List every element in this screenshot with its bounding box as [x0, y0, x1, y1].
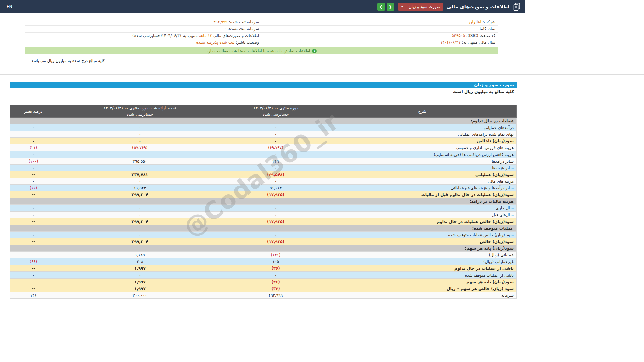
language-toggle[interactable]: EN [7, 4, 12, 9]
registered-capital-label: سرمایه ثبت شده: [229, 20, 259, 24]
next-statement-button[interactable]: ❯ [377, 3, 385, 11]
table-row: عملیات در حال تداوم: [10, 118, 517, 124]
previous-statement-button[interactable]: ❮ [387, 3, 394, 11]
amount-restated-cell [56, 225, 223, 232]
row-label: سود(زیان) عملیاتی [328, 171, 516, 178]
publisher-status-label: وضعیت ناشر: [236, 40, 259, 45]
row-label: ناشی از عملیات متوقف شده [328, 272, 516, 279]
amount-restated-cell: ۱,۹۹۷ [56, 265, 223, 272]
amount-restated-cell: ۱,۹۹۷ [56, 279, 223, 285]
change-cell: ۰ [10, 272, 56, 279]
row-label: سود(زیان) خالص عملیات در حال تداوم [328, 218, 516, 225]
company-label: شرکت: [483, 20, 495, 24]
publisher-status-value: ثبت شده پذیرفته نشده [196, 40, 235, 45]
change-cell: -- [10, 285, 56, 292]
table-row: هزینه های فروش، اداری و عمومی (۶۹,۷۹۷) (… [10, 144, 517, 151]
table-row: سرمایه ۴۹۲,۹۹۹ ۲۰۰,۰۰۰ ۱۴۶ [10, 292, 517, 299]
chevron-down-icon: ▾ [401, 5, 406, 8]
amount-restated-cell: ۶۱,۵۲۳ [56, 185, 223, 191]
amount-restated-cell: (۵۷,۷۶۹) [56, 144, 223, 151]
amount-current-cell: ۰ [223, 205, 328, 212]
amount-current-cell: ۰ [223, 138, 328, 144]
amount-restated-cell: ۰ [56, 232, 223, 238]
amount-current-cell [223, 198, 328, 205]
amount-current-cell: ۰ [223, 212, 328, 218]
table-row: سود(زیان) ناخالص ۰ ۰ ۰ [10, 138, 517, 144]
change-cell: ۰ [10, 205, 56, 212]
amount-restated-cell: ۰ [56, 212, 223, 218]
statement-title-bar: صورت سود و زیان [10, 82, 517, 88]
row-label: عملیات متوقف شده: [328, 225, 516, 232]
amount-current-cell: ۰ [223, 178, 328, 185]
isic-code-value: ۵۴۹۵۰۵ [452, 33, 465, 38]
row-label: غیرعملیاتی (ریال) [328, 258, 516, 265]
row-label: عملیاتی (ریال) [328, 252, 516, 258]
info-row: نماد: کایتا سرمایه ثبت نشده: ۰ [25, 26, 498, 33]
statement-select-dropdown[interactable]: صورت سود و زیان ▾ [398, 3, 443, 11]
row-label: سایر درآمدها و هزینه های غیرعملیاتی [328, 185, 516, 191]
table-row: درآمدهای عملیاتی ۰ ۰ ۰ [10, 124, 517, 131]
report-period-value: ۱۲ ماهه [199, 33, 212, 38]
table-row: سایر هزینه‌ها ۰ ۰ ۰ [10, 165, 517, 171]
change-cell: ۰ [10, 138, 56, 144]
row-label: سود(زیان) پایه هر سهم: [328, 245, 516, 252]
statement-select-value: صورت سود و زیان [409, 4, 440, 9]
table-row: هزینه کاهش ارزش دریافتنی ها (هزینه استثن… [10, 151, 517, 158]
change-cell [10, 225, 56, 232]
company-name-value: ایتالران [469, 20, 481, 24]
info-row: شرکت: ایتالران سرمایه ثبت شده: ۴۹۲,۹۹۹ [25, 19, 498, 26]
table-row: سود(زیان) عملیاتی (۶۹,۵۴۸) ۳۳۷,۷۸۱ -- [10, 171, 517, 178]
amount-current-cell: ۰ [223, 232, 328, 238]
change-cell: -- [10, 191, 56, 198]
amount-current-cell: ۰ [223, 131, 328, 138]
signature-match-banner: i اطلاعات نمایش داده شده با اطلاعات امضا… [25, 47, 498, 54]
table-row: عملیات متوقف شده: [10, 225, 517, 232]
amount-current-cell: ۰ [223, 151, 328, 158]
row-label: سایر درآمدها [328, 158, 516, 165]
change-cell: -- [10, 252, 56, 258]
row-label: سرمایه [328, 292, 516, 299]
change-cell: ۰ [10, 165, 56, 171]
amount-restated-cell: ۰ [56, 131, 223, 138]
amount-current-cell: (۳۶) [223, 279, 328, 285]
amount-restated-cell: ۲۰۰,۰۰۰ [56, 292, 223, 299]
change-cell: -- [10, 171, 56, 178]
amount-current-cell: (۶۹,۷۹۷) [223, 144, 328, 151]
table-row: سود(زیان) پایه هر سهم (۳۶) ۱,۹۹۷ -- [10, 279, 517, 285]
amount-restated-cell: ۰ [56, 205, 223, 212]
row-label: هزینه های فروش، اداری و عمومی [328, 144, 516, 151]
amount-current-cell: (۱۴۱) [223, 252, 328, 258]
amount-restated-cell [56, 118, 223, 124]
chevron-left-icon: ❮ [389, 5, 392, 9]
table-row: بهای تمام شده درآمدهای عملیاتی ۰ ۰ [10, 131, 517, 138]
info-row: سال مالی منتهی به: ۱۴۰۴/۰۶/۳۱ وضعیت ناشر… [25, 39, 498, 46]
table-row: عملیاتی (ریال) (۱۴۱) ۱,۶۸۹ -- [10, 252, 517, 258]
table-row: سود (زیان) خالص هر سهم – ریال (۳۶) ۱,۹۹۷… [10, 285, 517, 292]
amount-restated-cell: ۳۹۹,۳۰۴ [56, 238, 223, 245]
col-header-restated-period: تجدید ارائه شده دوره منتهی به ۱۴۰۳/۰۶/۳۱ [56, 105, 223, 111]
symbol-value: کایتا [480, 26, 486, 31]
row-label: ناشی از عملیات در حال تداوم [328, 265, 516, 272]
table-row: سایر درآمدها و هزینه های غیرعملیاتی ۵۱,۶… [10, 185, 517, 191]
col-header-current-period: دوره منتهی به ۱۴۰۴/۰۶/۳۱ [223, 105, 328, 111]
amount-restated-cell: ۰ [56, 178, 223, 185]
amount-current-cell [223, 245, 328, 252]
unregistered-capital-value: ۰ [224, 26, 226, 31]
amount-current-cell: (۱۷,۹۳۵) [223, 191, 328, 198]
amount-current-cell: ۰ [223, 124, 328, 131]
col-header-description: شرح [328, 105, 516, 118]
amount-restated-cell: ۰ [56, 124, 223, 131]
row-label: سود(زیان) ناخالص [328, 138, 516, 144]
amount-restated-cell: ۳۳۷,۷۸۱ [56, 171, 223, 178]
change-cell: ۰ [10, 151, 56, 158]
income-statement-table: شرح دوره منتهی به ۱۴۰۴/۰۶/۳۱ تجدید ارائه… [10, 105, 517, 299]
topbar: اطلاعات و صورت‌های مالی صورت سود و زیان … [0, 0, 525, 13]
table-row: ناشی از عملیات متوقف شده ۰ ۰ ۰ [10, 272, 517, 279]
page-title: اطلاعات و صورت‌های مالی [447, 4, 509, 9]
amount-current-cell: ۵۱,۶۱۳ [223, 185, 328, 191]
amount-restated-cell: ۳۹۵,۵۵۰ [56, 158, 223, 165]
amount-current-cell: ۰ [223, 272, 328, 279]
change-cell [10, 131, 56, 138]
table-row: ناشی از عملیات در حال تداوم (۳۶) ۱,۹۹۷ -… [10, 265, 517, 272]
table-row: سود(زیان) خالص (۱۷,۹۳۵) ۳۹۹,۳۰۴ -- [10, 238, 517, 245]
